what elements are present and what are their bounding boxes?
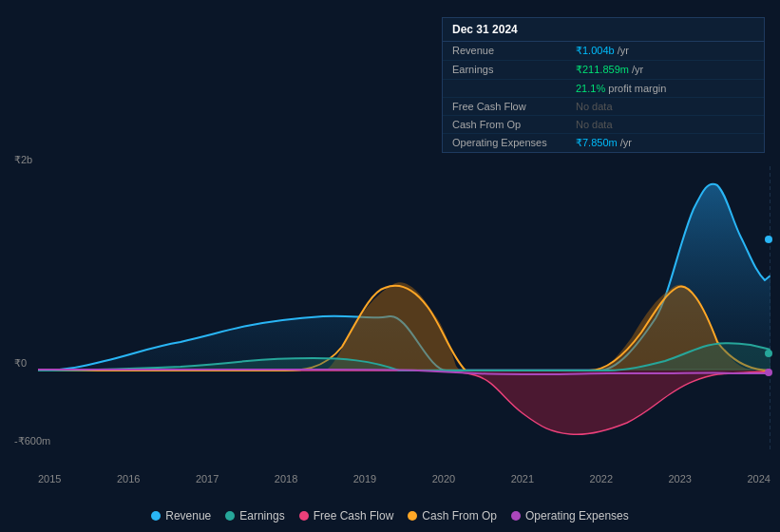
x-label-2019: 2019 xyxy=(353,473,376,484)
y-label-zero: ₹0 xyxy=(14,357,27,370)
tooltip-profit-margin-value: 21.1% profit margin xyxy=(576,83,666,94)
fcf-legend-label: Free Cash Flow xyxy=(314,509,394,522)
tooltip-cashfromop-value: No data xyxy=(576,119,613,130)
x-label-2023: 2023 xyxy=(669,473,692,484)
tooltip-revenue-value: ₹1.004b /yr xyxy=(576,45,629,57)
tooltip-profit-margin-row: 21.1% profit margin xyxy=(443,80,764,98)
cashfromop-legend-label: Cash From Op xyxy=(422,509,497,522)
x-label-2022: 2022 xyxy=(590,473,613,484)
tooltip-fcf-label: Free Cash Flow xyxy=(452,101,576,112)
tooltip-cashfromop-row: Cash From Op No data xyxy=(443,116,764,134)
opex-legend-dot xyxy=(511,511,521,521)
tooltip-opex-value: ₹7.850m /yr xyxy=(576,137,632,149)
data-tooltip: Dec 31 2024 Revenue ₹1.004b /yr Earnings… xyxy=(442,17,765,153)
revenue-indicator xyxy=(765,236,772,243)
tooltip-fcf-value: No data xyxy=(576,101,613,112)
tooltip-revenue-row: Revenue ₹1.004b /yr xyxy=(443,42,764,61)
x-label-2020: 2020 xyxy=(432,473,455,484)
x-label-2015: 2015 xyxy=(38,473,61,484)
legend-revenue[interactable]: Revenue xyxy=(151,509,211,522)
tooltip-revenue-label: Revenue xyxy=(452,45,576,56)
x-label-2017: 2017 xyxy=(196,473,219,484)
fcf-legend-dot xyxy=(299,511,309,521)
earnings-legend-label: Earnings xyxy=(239,509,284,522)
y-label-2b: ₹2b xyxy=(14,154,32,166)
tooltip-date: Dec 31 2024 xyxy=(443,18,764,42)
opex-legend-label: Operating Expenses xyxy=(525,509,629,522)
revenue-legend-dot xyxy=(151,511,161,521)
legend-cashfromop[interactable]: Cash From Op xyxy=(408,509,497,522)
legend-earnings[interactable]: Earnings xyxy=(225,509,284,522)
chart-svg xyxy=(38,166,770,451)
earnings-indicator xyxy=(765,350,772,357)
legend-opex[interactable]: Operating Expenses xyxy=(511,509,629,522)
x-label-2024: 2024 xyxy=(747,473,770,484)
opex-indicator xyxy=(765,369,772,376)
x-label-2021: 2021 xyxy=(511,473,534,484)
tooltip-opex-label: Operating Expenses xyxy=(452,137,576,148)
revenue-legend-label: Revenue xyxy=(165,509,211,522)
chart-legend: Revenue Earnings Free Cash Flow Cash Fro… xyxy=(0,509,780,522)
tooltip-opex-row: Operating Expenses ₹7.850m /yr xyxy=(443,134,764,152)
tooltip-fcf-row: Free Cash Flow No data xyxy=(443,98,764,116)
legend-fcf[interactable]: Free Cash Flow xyxy=(299,509,394,522)
tooltip-cashfromop-label: Cash From Op xyxy=(452,119,576,130)
cashfromop-legend-dot xyxy=(408,511,417,521)
fcf-area xyxy=(38,370,770,434)
tooltip-earnings-value: ₹211.859m /yr xyxy=(576,64,643,76)
earnings-legend-dot xyxy=(225,511,235,521)
x-label-2016: 2016 xyxy=(117,473,140,484)
x-axis: 2015 2016 2017 2018 2019 2020 2021 2022 … xyxy=(38,473,770,484)
tooltip-earnings-row: Earnings ₹211.859m /yr xyxy=(443,61,764,80)
x-label-2018: 2018 xyxy=(275,473,297,484)
tooltip-earnings-label: Earnings xyxy=(452,64,576,75)
